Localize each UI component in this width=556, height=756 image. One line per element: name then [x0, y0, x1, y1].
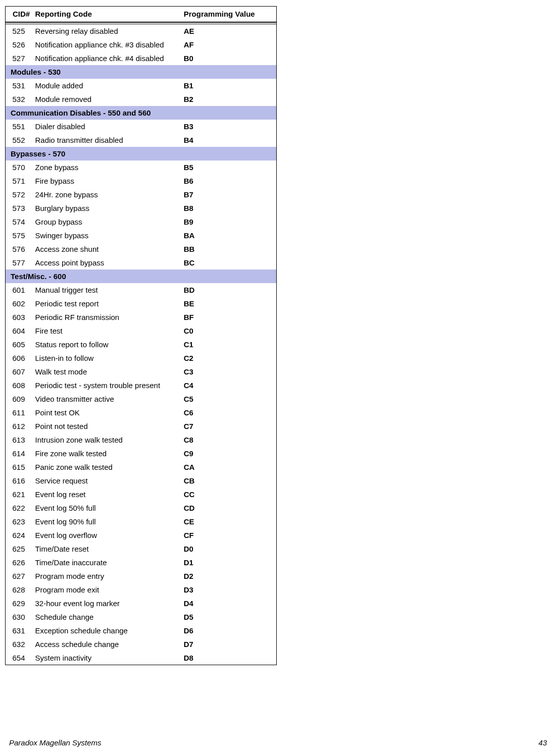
- cid-cell: 615: [6, 460, 33, 474]
- page-footer: Paradox Magellan Systems 43: [0, 738, 556, 747]
- value-cell: CA: [182, 460, 277, 474]
- cid-cell: 604: [6, 324, 33, 338]
- desc-cell: Program mode exit: [33, 583, 181, 597]
- value-cell: BF: [182, 310, 277, 324]
- table-row: 621Event log resetCC: [6, 488, 277, 501]
- cid-cell: 570: [6, 160, 33, 174]
- desc-cell: Swinger bypass: [33, 229, 181, 242]
- cid-cell: 576: [6, 242, 33, 256]
- desc-cell: Access schedule change: [33, 637, 181, 651]
- desc-cell: Periodic test - system trouble present: [33, 379, 181, 392]
- cid-cell: 621: [6, 488, 33, 501]
- value-cell: C9: [182, 447, 277, 460]
- table-row: 601Manual trigger testBD: [6, 283, 277, 297]
- desc-cell: Fire zone walk tested: [33, 447, 181, 460]
- value-cell: C1: [182, 338, 277, 351]
- section-header: Test/Misc. - 600: [6, 269, 277, 283]
- value-cell: C6: [182, 406, 277, 419]
- desc-cell: Service request: [33, 474, 181, 488]
- header-cid: CID#: [6, 7, 33, 23]
- desc-cell: Notification appliance chk. #4 disabled: [33, 51, 181, 65]
- table-row: 622Event log 50% fullCD: [6, 501, 277, 515]
- cid-cell: 603: [6, 310, 33, 324]
- cid-cell: 622: [6, 501, 33, 515]
- cid-cell: 532: [6, 92, 33, 106]
- value-cell: B5: [182, 160, 277, 174]
- desc-cell: Video transmitter active: [33, 392, 181, 406]
- cid-cell: 551: [6, 120, 33, 133]
- desc-cell: Program mode entry: [33, 569, 181, 583]
- table-row: 608Periodic test - system trouble presen…: [6, 379, 277, 392]
- cid-cell: 613: [6, 433, 33, 447]
- cid-cell: 623: [6, 515, 33, 528]
- desc-cell: Schedule change: [33, 610, 181, 624]
- table-row: 62932-hour event log markerD4: [6, 597, 277, 610]
- table-row: 625Time/Date resetD0: [6, 542, 277, 556]
- cid-cell: 527: [6, 51, 33, 65]
- table-row: 531Module addedB1: [6, 79, 277, 92]
- value-cell: AE: [182, 24, 277, 38]
- desc-cell: Exception schedule change: [33, 624, 181, 637]
- table-row: 612Point not testedC7: [6, 419, 277, 433]
- desc-cell: Access point bypass: [33, 256, 181, 269]
- table-row: 604Fire testC0: [6, 324, 277, 338]
- cid-cell: 608: [6, 379, 33, 392]
- cid-cell: 628: [6, 583, 33, 597]
- value-cell: B8: [182, 201, 277, 215]
- cid-cell: 629: [6, 597, 33, 610]
- section-header: Communication Disables - 550 and 560: [6, 106, 277, 120]
- desc-cell: Periodic RF transmission: [33, 310, 181, 324]
- header-desc: Reporting Code: [33, 7, 181, 23]
- value-cell: C7: [182, 419, 277, 433]
- cid-cell: 525: [6, 24, 33, 38]
- desc-cell: Time/Date reset: [33, 542, 181, 556]
- cid-cell: 602: [6, 297, 33, 310]
- table-row: 603Periodic RF transmissionBF: [6, 310, 277, 324]
- value-cell: D3: [182, 583, 277, 597]
- table-row: 611Point test OKC6: [6, 406, 277, 419]
- desc-cell: Manual trigger test: [33, 283, 181, 297]
- desc-cell: Event log reset: [33, 488, 181, 501]
- desc-cell: Module removed: [33, 92, 181, 106]
- desc-cell: System inactivity: [33, 651, 181, 665]
- value-cell: BE: [182, 297, 277, 310]
- value-cell: BD: [182, 283, 277, 297]
- cid-cell: 577: [6, 256, 33, 269]
- table-row: 573Burglary bypassB8: [6, 201, 277, 215]
- cid-cell: 611: [6, 406, 33, 419]
- cid-cell: 571: [6, 174, 33, 188]
- desc-cell: Burglary bypass: [33, 201, 181, 215]
- footer-title: Paradox Magellan Systems: [9, 738, 102, 747]
- cid-cell: 630: [6, 610, 33, 624]
- desc-cell: Walk test mode: [33, 365, 181, 379]
- table-row: 628Program mode exitD3: [6, 583, 277, 597]
- table-row: 577Access point bypassBC: [6, 256, 277, 269]
- table-row: 607Walk test modeC3: [6, 365, 277, 379]
- table-row: 627Program mode entryD2: [6, 569, 277, 583]
- desc-cell: 32-hour event log marker: [33, 597, 181, 610]
- table-row: 616Service requestCB: [6, 474, 277, 488]
- desc-cell: Intrusion zone walk tested: [33, 433, 181, 447]
- cid-cell: 654: [6, 651, 33, 665]
- desc-cell: Dialer disabled: [33, 120, 181, 133]
- cid-cell: 605: [6, 338, 33, 351]
- table-row: 654System inactivityD8: [6, 651, 277, 665]
- cid-cell: 624: [6, 528, 33, 542]
- cid-cell: 612: [6, 419, 33, 433]
- desc-cell: 24Hr. zone bypass: [33, 188, 181, 201]
- cid-cell: 609: [6, 392, 33, 406]
- cid-cell: 572: [6, 188, 33, 201]
- value-cell: D7: [182, 637, 277, 651]
- section-header: Bypasses - 570: [6, 147, 277, 160]
- footer-page-number: 43: [538, 738, 547, 747]
- table-row: 602Periodic test reportBE: [6, 297, 277, 310]
- value-cell: D8: [182, 651, 277, 665]
- desc-cell: Point not tested: [33, 419, 181, 433]
- header-val: Programming Value: [182, 7, 277, 23]
- table-row: 631Exception schedule changeD6: [6, 624, 277, 637]
- cid-cell: 614: [6, 447, 33, 460]
- value-cell: B1: [182, 79, 277, 92]
- section-title: Communication Disables - 550 and 560: [6, 106, 277, 120]
- cid-cell: 575: [6, 229, 33, 242]
- cid-cell: 552: [6, 133, 33, 147]
